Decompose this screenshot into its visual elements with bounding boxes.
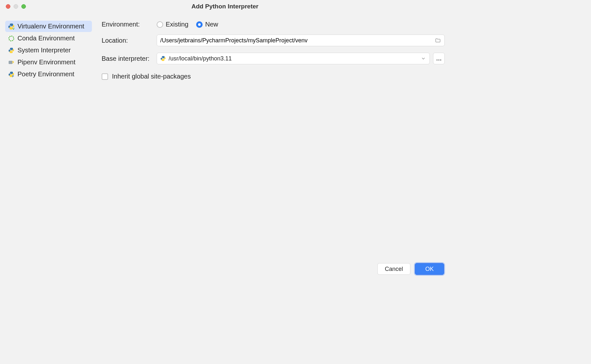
svg-rect-2 [9, 61, 13, 64]
window-title: Add Python Interpreter [0, 3, 450, 10]
pipenv-icon [8, 59, 15, 66]
location-label: Location: [102, 37, 153, 44]
radio-existing[interactable]: Existing [157, 21, 188, 28]
location-input-text[interactable] [160, 37, 432, 44]
radio-label: Existing [166, 21, 188, 28]
sidebar-item-label: Conda Environment [17, 35, 75, 42]
dialog-body: V Virtualenv Environment Conda Environme… [0, 13, 450, 259]
environment-label: Environment: [102, 21, 153, 28]
environment-radio-group: Existing New [157, 21, 218, 28]
browse-interpreter-button[interactable]: … [433, 53, 445, 64]
titlebar: Add Python Interpreter [0, 0, 450, 13]
button-label: OK [425, 266, 434, 273]
base-interpreter-label: Base interpreter: [102, 55, 153, 62]
ellipsis-icon: … [436, 55, 442, 62]
dialog-footer: Cancel OK [0, 259, 450, 281]
base-interpreter-row: Base interpreter: /usr/local/bin/python3… [102, 53, 445, 64]
interpreter-form: Environment: Existing New Location: [102, 19, 445, 259]
base-interpreter-field-wrap: /usr/local/bin/python3.11 … [157, 53, 445, 64]
python-icon [160, 56, 166, 61]
radio-dot-icon [196, 21, 203, 28]
chevron-down-icon [420, 56, 426, 61]
base-interpreter-select[interactable]: /usr/local/bin/python3.11 [157, 53, 430, 64]
sidebar-item-label: Pipenv Environment [17, 59, 75, 66]
environment-row: Environment: Existing New [102, 21, 445, 28]
inherit-checkbox[interactable] [102, 73, 108, 80]
radio-new[interactable]: New [196, 21, 218, 28]
sidebar-item-label: Poetry Environment [17, 70, 74, 78]
location-row: Location: [102, 35, 445, 46]
ok-button[interactable]: OK [415, 263, 444, 275]
sidebar-item-system[interactable]: System Interpreter [5, 45, 92, 56]
cancel-button[interactable]: Cancel [377, 263, 410, 275]
location-input[interactable] [157, 35, 445, 46]
browse-folder-icon[interactable] [435, 37, 441, 44]
interpreter-type-sidebar: V Virtualenv Environment Conda Environme… [5, 19, 92, 259]
python-icon [8, 47, 15, 54]
inherit-row: Inherit global site-packages [102, 73, 445, 80]
radio-dot-icon [157, 21, 163, 28]
svg-text:V: V [13, 27, 15, 30]
add-python-interpreter-dialog: Add Python Interpreter V Virtualenv Envi… [0, 0, 450, 281]
conda-icon [8, 35, 15, 42]
sidebar-item-pipenv[interactable]: Pipenv Environment [5, 57, 92, 68]
sidebar-item-poetry[interactable]: P Poetry Environment [5, 69, 92, 80]
svg-point-1 [9, 36, 14, 41]
sidebar-item-label: Virtualenv Environment [17, 23, 84, 30]
button-label: Cancel [385, 266, 403, 273]
sidebar-item-label: System Interpreter [17, 47, 71, 54]
poetry-icon: P [8, 71, 15, 78]
sidebar-item-conda[interactable]: Conda Environment [5, 33, 92, 44]
sidebar-item-virtualenv[interactable]: V Virtualenv Environment [5, 21, 92, 32]
svg-text:P: P [12, 75, 14, 78]
inherit-label: Inherit global site-packages [112, 73, 191, 80]
python-venv-icon: V [8, 23, 15, 30]
location-field-wrap [157, 35, 445, 46]
radio-label: New [205, 21, 218, 28]
base-interpreter-value: /usr/local/bin/python3.11 [169, 55, 418, 62]
